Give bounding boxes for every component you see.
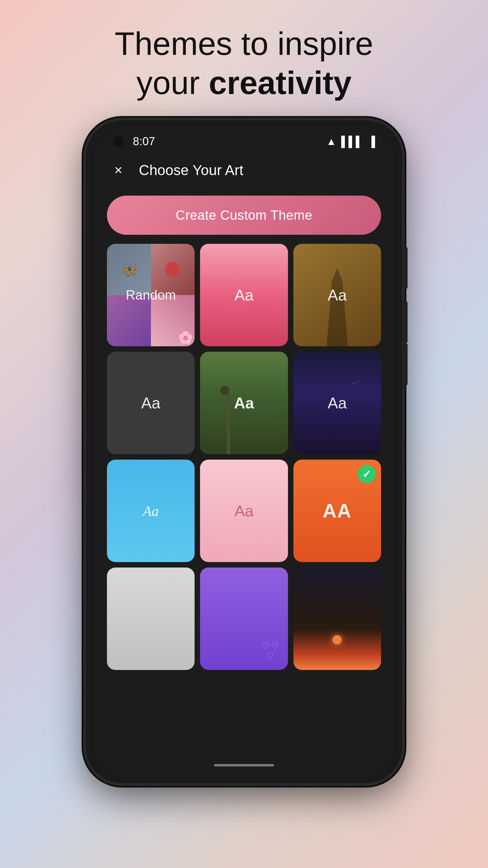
theme-label-random: Random — [126, 287, 176, 303]
home-bar — [214, 764, 274, 767]
theme-card-sky[interactable]: Aa — [107, 460, 195, 562]
headline-line1: Themes to inspire — [115, 25, 373, 62]
status-bar: 8:07 ▲ ▌▌▌ ▐ — [95, 129, 393, 153]
theme-card-purple[interactable] — [200, 567, 288, 670]
theme-label-nature: Aa — [234, 394, 254, 412]
theme-label-vintage: Aa — [328, 286, 347, 304]
theme-card-vintage[interactable]: Aa — [293, 244, 381, 346]
theme-card-pink[interactable]: Aa — [200, 244, 288, 346]
headline-line2-bold: creativity — [209, 64, 352, 101]
theme-card-softpink[interactable]: Aa — [200, 460, 288, 562]
theme-card-night[interactable]: Aa — [293, 352, 381, 454]
screen-content[interactable]: Create Custom Theme Random — [95, 187, 393, 756]
app-header: × Choose Your Art — [95, 153, 393, 187]
theme-grid: Random Aa Aa Aa — [107, 244, 381, 670]
selected-check-badge — [358, 465, 376, 483]
theme-card-dark[interactable]: Aa — [107, 352, 195, 454]
theme-card-sunset[interactable] — [293, 567, 381, 670]
theme-label-pink: Aa — [234, 286, 254, 304]
theme-card-gray[interactable] — [107, 567, 195, 670]
phone-mockup: 8:07 ▲ ▌▌▌ ▐ × Choose Your Art Create Cu… — [86, 120, 402, 783]
theme-label-dark: Aa — [141, 394, 161, 412]
create-button-label: Create Custom Theme — [175, 208, 313, 223]
theme-label-night: Aa — [328, 394, 347, 412]
status-time: 8:07 — [133, 135, 326, 148]
theme-card-random[interactable]: Random — [107, 244, 195, 346]
wifi-icon: ▲ — [326, 135, 336, 147]
headline-line2-plain: your — [136, 64, 209, 101]
close-button[interactable]: × — [110, 161, 127, 179]
phone-shell: 8:07 ▲ ▌▌▌ ▐ × Choose Your Art Create Cu… — [86, 120, 402, 783]
theme-label-softpink: Aa — [234, 502, 254, 520]
theme-card-nature[interactable]: Aa — [200, 352, 288, 454]
home-indicator — [95, 756, 393, 774]
create-custom-theme-button[interactable]: Create Custom Theme — [107, 195, 381, 235]
signal-icon: ▌▌▌ — [341, 135, 363, 147]
phone-screen: 8:07 ▲ ▌▌▌ ▐ × Choose Your Art Create Cu… — [95, 129, 393, 774]
page-headline: Themes to inspire your creativity — [115, 24, 373, 102]
theme-label-sky: Aa — [143, 503, 159, 519]
battery-icon: ▐ — [368, 135, 375, 147]
screen-title: Choose Your Art — [139, 162, 243, 179]
theme-label-orange: AA — [323, 500, 352, 522]
camera-cutout — [113, 136, 124, 147]
theme-card-orange[interactable]: AA — [293, 460, 381, 562]
status-icons: ▲ ▌▌▌ ▐ — [326, 135, 375, 147]
